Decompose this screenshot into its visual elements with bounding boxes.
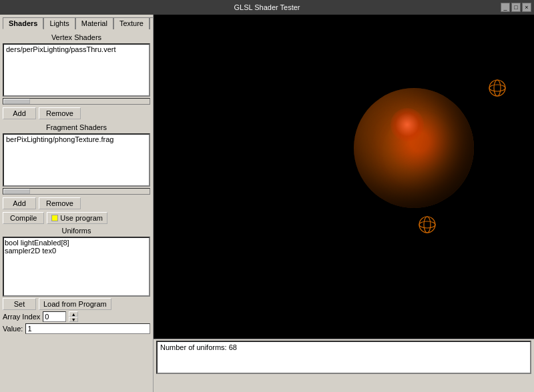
svg-point-2 (494, 80, 501, 96)
set-row: Set Load from Program (3, 298, 150, 310)
value-label: Value: (3, 325, 23, 333)
compile-button[interactable]: Compile (3, 212, 44, 224)
vertex-scrollbar-thumb[interactable] (3, 99, 30, 104)
status-text: Number of uniforms: 68 (160, 343, 237, 351)
maximize-button[interactable]: □ (511, 3, 521, 12)
status-panel: Number of uniforms: 68 (156, 341, 531, 374)
status-bar: Number of uniforms: 68 (154, 339, 534, 392)
main-container: Shaders Lights Material Texture Shape Ve… (0, 15, 534, 392)
vertex-shaders-label: Vertex Shaders (3, 33, 150, 41)
svg-point-5 (424, 217, 431, 233)
light-icon-1 (487, 78, 507, 98)
array-index-spinner: ▲ ▼ (69, 311, 78, 322)
tab-shaders[interactable]: Shaders (3, 17, 43, 29)
viewport[interactable] (154, 15, 534, 339)
fragment-buttons: Add Remove (3, 197, 150, 209)
svg-point-4 (419, 221, 435, 228)
fragment-scrollbar-thumb[interactable] (3, 189, 30, 194)
vertex-buttons: Add Remove (3, 107, 150, 119)
fragment-shader-item[interactable]: berPixLighting/phongTexture.frag (5, 135, 148, 143)
window-title: GLSL Shader Tester (33, 3, 501, 11)
use-program-indicator (51, 215, 58, 221)
right-panel: Number of uniforms: 68 (154, 15, 534, 392)
array-index-down[interactable]: ▼ (69, 317, 78, 322)
value-row: Value: (3, 323, 150, 334)
array-index-label: Array Index (3, 313, 40, 321)
fragment-shaders-label: Fragment Shaders (3, 123, 150, 131)
vertex-add-button[interactable]: Add (3, 107, 36, 119)
svg-point-1 (489, 85, 505, 91)
vertex-shaders-list[interactable]: ders/perPixLighting/passThru.vert (3, 43, 150, 97)
use-program-button[interactable]: Use program (47, 212, 107, 224)
tab-material[interactable]: Material (75, 17, 113, 29)
title-bar: GLSL Shader Tester _ □ × (0, 0, 534, 15)
uniforms-list[interactable]: bool lightEnabled[8] sampler2D tex0 (3, 237, 150, 297)
tab-lights[interactable]: Lights (43, 17, 75, 29)
uniform-item-0[interactable]: bool lightEnabled[8] (5, 239, 148, 247)
fragment-remove-button[interactable]: Remove (39, 197, 81, 209)
array-index-row: Array Index ▲ ▼ (3, 311, 150, 322)
vertex-scrollbar[interactable] (3, 98, 150, 105)
planet-highlight (390, 108, 424, 141)
set-button[interactable]: Set (3, 298, 36, 310)
tab-texture[interactable]: Texture (113, 17, 150, 29)
planet (354, 88, 474, 208)
close-button[interactable]: × (522, 3, 531, 12)
light-icon-2 (417, 215, 437, 235)
value-input[interactable] (25, 323, 150, 334)
left-panel: Shaders Lights Material Texture Shape Ve… (0, 15, 154, 392)
fragment-add-button[interactable]: Add (3, 197, 36, 209)
window-controls[interactable]: _ □ × (501, 3, 534, 12)
compile-row: Compile Use program (3, 212, 150, 224)
array-index-input[interactable] (43, 311, 66, 322)
svg-point-0 (489, 80, 505, 96)
minimize-button[interactable]: _ (501, 3, 510, 12)
svg-point-3 (419, 217, 435, 233)
vertex-remove-button[interactable]: Remove (39, 107, 81, 119)
use-program-label: Use program (60, 214, 103, 222)
fragment-shaders-list[interactable]: berPixLighting/phongTexture.frag (3, 133, 150, 187)
tabs: Shaders Lights Material Texture Shape (3, 17, 150, 29)
array-index-up[interactable]: ▲ (69, 311, 78, 317)
vertex-shader-item[interactable]: ders/perPixLighting/passThru.vert (5, 45, 148, 53)
uniform-item-1[interactable]: sampler2D tex0 (5, 247, 148, 255)
uniforms-label: Uniforms (3, 227, 150, 235)
fragment-scrollbar[interactable] (3, 188, 150, 195)
load-from-program-button[interactable]: Load from Program (39, 298, 111, 310)
